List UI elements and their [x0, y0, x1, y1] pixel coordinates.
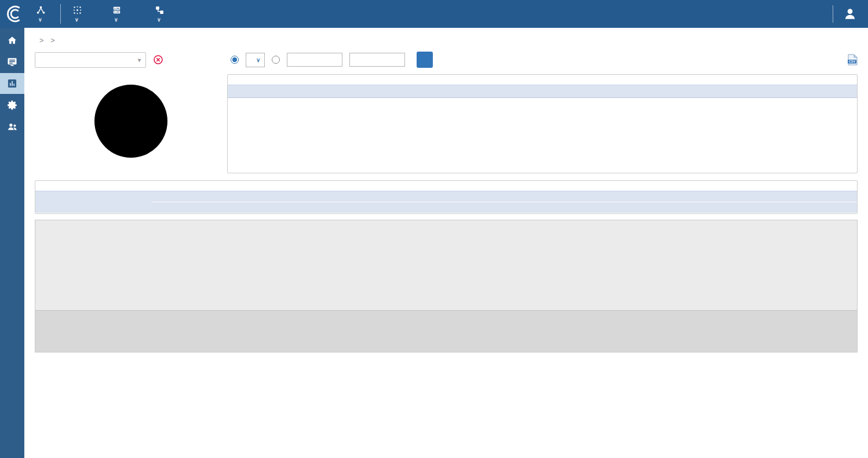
subcol-warning-alert — [355, 202, 384, 213]
col-duration — [341, 85, 523, 98]
col-scheduled-downtime — [601, 191, 753, 202]
nav-hosts[interactable]: ∨ — [112, 5, 125, 23]
col-state — [228, 85, 341, 98]
sidebar-item-configuration[interactable] — [0, 94, 24, 115]
clear-selection-button[interactable] — [153, 54, 163, 65]
nav-bactivities[interactable]: ∨ — [155, 5, 167, 23]
subcol-unknown-alert — [564, 202, 601, 213]
sidebar-item-administration[interactable] — [0, 116, 24, 137]
host-state-table — [228, 85, 857, 98]
clear-icon — [153, 54, 163, 65]
reporting-period-radio[interactable] — [231, 56, 239, 64]
subcol-undetermined-pct — [753, 202, 857, 213]
host-state-title — [228, 75, 857, 85]
breadcrumb-separator: > — [39, 37, 43, 45]
subcol-ok-alert — [265, 202, 297, 213]
subcol-warning-pct — [297, 202, 355, 213]
bar-chart-icon — [6, 78, 18, 89]
nav-divider — [60, 4, 61, 24]
state-breakdowns-table — [35, 191, 857, 213]
availability-pie-block — [35, 74, 227, 173]
people-icon — [6, 121, 19, 133]
nav-services[interactable]: ∨ — [72, 5, 85, 23]
apply-period-button[interactable] — [417, 52, 433, 68]
timeline-navigator[interactable] — [35, 310, 857, 352]
csv-file-icon: CSV — [848, 54, 858, 66]
centreon-logo-icon — [5, 4, 24, 24]
gear-icon — [6, 99, 19, 111]
user-menu[interactable] — [843, 6, 858, 21]
top-navigation-bar: ∨ ∨ ∨ ∨ — [0, 0, 868, 28]
col-mean-time — [659, 85, 778, 98]
breakdown-sub-header-row — [35, 202, 857, 213]
col-warning — [297, 191, 384, 202]
monitoring-icon — [6, 56, 18, 68]
business-activities-icon — [155, 5, 165, 14]
sidebar-item-monitoring[interactable] — [0, 52, 24, 72]
chevron-down-icon: ▾ — [138, 57, 141, 63]
col-undetermined — [753, 191, 857, 202]
breakdown-group-header-row — [35, 191, 857, 202]
custom-period-radio[interactable] — [272, 56, 280, 64]
subcol-critical-pct — [384, 202, 442, 213]
col-total-time — [523, 85, 658, 98]
state-breakdowns-title — [35, 181, 857, 191]
nav-pollers[interactable]: ∨ — [36, 5, 49, 23]
sidebar-item-reporting[interactable] — [0, 73, 24, 94]
chevron-down-icon: ∨ — [256, 57, 260, 63]
pollers-icon — [36, 5, 46, 14]
col-critical — [384, 191, 472, 202]
sidebar-item-home[interactable] — [0, 30, 24, 51]
user-icon — [843, 6, 858, 21]
chevron-down-icon: ∨ — [157, 17, 161, 23]
subcol-downtime-pct — [601, 202, 753, 213]
sidebar — [0, 28, 24, 458]
chevron-down-icon: ∨ — [114, 17, 118, 23]
hosts-icon — [112, 5, 122, 14]
host-select[interactable]: ▾ — [35, 52, 146, 68]
state-breakdowns-card — [35, 180, 858, 214]
home-icon — [6, 35, 18, 46]
breadcrumb: >> — [35, 28, 858, 51]
topbar-divider — [833, 5, 833, 23]
breadcrumb-separator: > — [50, 37, 54, 45]
period-select[interactable]: ∨ — [246, 53, 265, 67]
host-state-header-row — [228, 85, 857, 98]
availability-timeline-card — [35, 220, 858, 352]
col-unknown — [472, 191, 601, 202]
subcol-critical-alert — [442, 202, 472, 213]
services-icon — [72, 5, 83, 14]
chevron-down-icon: ∨ — [75, 17, 79, 23]
subcol-unknown-pct — [472, 202, 563, 213]
host-state-card — [227, 74, 858, 173]
col-ok — [151, 191, 297, 202]
centreon-logo[interactable] — [0, 4, 29, 24]
to-date-input[interactable] — [349, 53, 405, 67]
timeline-chart — [35, 220, 857, 310]
col-service — [35, 191, 151, 213]
chevron-down-icon: ∨ — [38, 17, 42, 23]
col-alerts — [778, 85, 857, 98]
export-csv-button[interactable]: CSV — [848, 54, 858, 66]
availability-pie-chart — [87, 78, 174, 165]
svg-text:CSV: CSV — [849, 60, 856, 63]
from-date-input[interactable] — [287, 53, 342, 67]
subcol-ok-pct — [151, 202, 265, 213]
